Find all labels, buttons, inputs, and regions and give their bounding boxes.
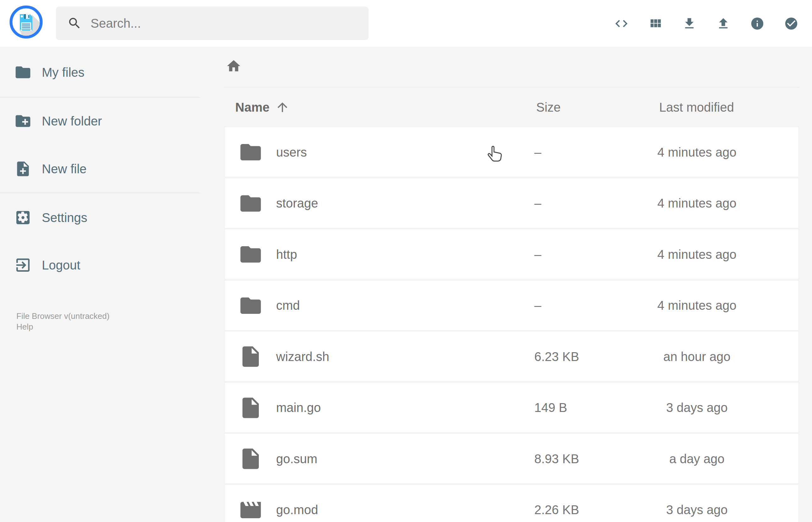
breadcrumb-divider — [224, 87, 799, 87]
filebrowser-app: File Browser v(untracked) Help My files … — [0, 0, 812, 522]
file-modified: 4 minutes ago — [626, 229, 768, 280]
grid-icon — [648, 16, 663, 31]
file-modified: 4 minutes ago — [626, 178, 768, 228]
file-icon — [238, 396, 263, 420]
file-size: 6.23 KB — [534, 332, 579, 382]
sidebar-footer: File Browser v(untracked) Help — [16, 311, 109, 332]
sidebar-item-new-file[interactable]: New file — [0, 156, 199, 181]
file-size: 8.93 KB — [534, 434, 579, 484]
search-input[interactable] — [90, 16, 361, 31]
file-name: go.sum — [276, 434, 317, 484]
column-modified-label: Last modified — [659, 100, 734, 115]
download-icon — [682, 16, 696, 31]
file-row-wizard.sh[interactable]: wizard.sh 6.23 KB an hour ago — [224, 331, 799, 381]
column-size-label: Size — [536, 100, 561, 115]
file-modified: 4 minutes ago — [626, 281, 768, 331]
sidebar-item-label: Settings — [42, 211, 87, 225]
breadcrumb-home-button[interactable] — [226, 58, 242, 74]
file-listing: Name Size Last modified users – 4 minute… — [199, 47, 812, 522]
floppy-disk-logo-icon — [9, 5, 43, 39]
upload-button[interactable] — [716, 16, 731, 31]
file-icon — [238, 446, 263, 471]
file-row-storage[interactable]: storage – 4 minutes ago — [224, 178, 799, 228]
code-button[interactable] — [614, 16, 629, 31]
file-row-http[interactable]: http – 4 minutes ago — [224, 229, 799, 279]
help-link[interactable]: Help — [16, 321, 109, 332]
file-size: – — [534, 281, 541, 331]
folder-icon — [14, 63, 32, 81]
note-add-icon — [14, 160, 32, 178]
file-row-go.mod[interactable]: go.mod 2.26 KB 3 days ago — [224, 485, 799, 522]
sidebar-divider — [0, 193, 199, 193]
sort-ascending-icon — [275, 100, 290, 115]
file-row-main.go[interactable]: main.go 149 B 3 days ago — [224, 382, 799, 433]
folder-icon — [238, 294, 263, 318]
logout-icon — [14, 256, 32, 274]
file-name: storage — [276, 178, 318, 228]
check-circle-icon — [784, 16, 798, 31]
sidebar-item-new-folder[interactable]: New folder — [0, 108, 199, 134]
file-modified: an hour ago — [626, 332, 768, 382]
top-header — [0, 0, 812, 47]
folder-icon — [238, 242, 263, 267]
code-icon — [614, 16, 629, 31]
file-name: http — [276, 229, 297, 280]
check-circle-button[interactable] — [784, 16, 798, 31]
folder-icon — [238, 140, 263, 164]
file-modified: 3 days ago — [626, 485, 768, 522]
filebrowser-logo — [9, 5, 43, 39]
app-version-text: File Browser v(untracked) — [16, 311, 109, 321]
column-header-size[interactable]: Size — [536, 98, 561, 116]
home-icon — [226, 58, 242, 74]
sidebar-item-label: New folder — [42, 114, 102, 128]
file-row-cmd[interactable]: cmd – 4 minutes ago — [224, 280, 799, 330]
grid-button[interactable] — [648, 16, 663, 31]
create-new-folder-icon — [14, 112, 32, 130]
sidebar-item-logout[interactable]: Logout — [0, 253, 199, 278]
file-name: wizard.sh — [276, 332, 329, 382]
file-modified: a day ago — [626, 434, 768, 484]
file-icon — [238, 344, 263, 369]
file-size: 2.26 KB — [534, 485, 579, 522]
sidebar-item-label: New file — [42, 162, 86, 176]
sidebar: File Browser v(untracked) Help My files … — [0, 47, 199, 522]
sidebar-item-label: Logout — [42, 258, 80, 272]
movie-icon — [238, 498, 263, 522]
file-modified: 4 minutes ago — [626, 127, 768, 177]
file-name: cmd — [276, 281, 300, 331]
header-actions — [614, 16, 798, 31]
upload-icon — [716, 16, 731, 31]
file-name: main.go — [276, 383, 321, 433]
file-modified: 3 days ago — [626, 383, 768, 433]
settings-icon — [14, 209, 32, 226]
column-header-modified[interactable]: Last modified — [626, 98, 767, 116]
file-name: users — [276, 127, 307, 177]
file-row-go.sum[interactable]: go.sum 8.93 KB a day ago — [224, 433, 799, 484]
file-size: – — [534, 178, 541, 228]
file-rows: users – 4 minutes ago storage – 4 minute… — [224, 127, 799, 522]
file-size: – — [534, 229, 541, 280]
sidebar-item-my-files[interactable]: My files — [0, 60, 199, 85]
download-button[interactable] — [682, 16, 696, 31]
search-bar[interactable] — [56, 6, 369, 40]
info-icon — [750, 16, 765, 31]
sidebar-item-settings[interactable]: Settings — [0, 205, 199, 230]
folder-icon — [238, 191, 263, 216]
sidebar-item-label: My files — [42, 65, 85, 80]
listing-column-headers: Name Size Last modified — [235, 98, 799, 116]
column-name-label: Name — [235, 100, 269, 115]
file-size: – — [534, 127, 541, 177]
file-row-users[interactable]: users – 4 minutes ago — [224, 127, 799, 177]
file-name: go.mod — [276, 485, 318, 522]
column-header-name[interactable]: Name — [235, 98, 290, 116]
file-size: 149 B — [534, 383, 567, 433]
info-button[interactable] — [750, 16, 765, 31]
search-icon — [67, 16, 82, 31]
sidebar-divider — [0, 97, 199, 98]
